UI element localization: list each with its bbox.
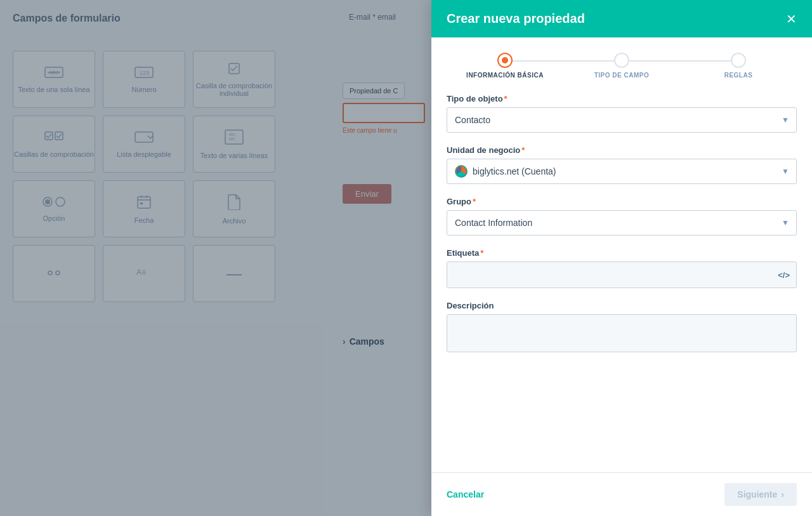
next-button[interactable]: Siguiente › [724, 483, 797, 506]
step-circle-3 [731, 53, 746, 68]
grupo-label: Grupo * [447, 197, 797, 206]
etiqueta-label: Etiqueta * [447, 248, 797, 258]
step-circle-2 [614, 53, 629, 68]
step-tipo-campo: TIPO DE CAMPO [563, 53, 680, 79]
step-reglas: REGLAS [680, 53, 797, 79]
required-star-3: * [473, 197, 476, 206]
unidad-negocio-group: Unidad de negocio * biglytics.net (Cuent… [447, 145, 797, 184]
bu-logo-icon [455, 165, 468, 178]
modal-panel: Crear nueva propiedad ✕ INFORMACIÓN BÁSI… [431, 0, 812, 516]
step-label-3: REGLAS [724, 72, 753, 79]
modal-close-button[interactable]: ✕ [786, 13, 797, 25]
stepper: INFORMACIÓN BÁSICA TIPO DE CAMPO REGLAS [431, 37, 812, 89]
code-icon[interactable]: </> [771, 270, 796, 280]
descripcion-group: Descripción [447, 301, 797, 355]
tipo-objeto-label: Tipo de objeto * [447, 94, 797, 103]
etiqueta-input-wrapper: </> [447, 261, 797, 288]
etiqueta-group: Etiqueta * </> [447, 248, 797, 288]
required-star-1: * [504, 94, 508, 103]
required-star-2: * [521, 145, 525, 155]
bu-logo-inner [456, 166, 466, 176]
next-arrow-icon: › [781, 489, 784, 499]
overlay [0, 0, 431, 516]
unidad-negocio-label: Unidad de negocio * [447, 145, 797, 155]
tipo-objeto-select-wrapper: Contacto Empresa Negocio ▼ [447, 107, 797, 133]
bu-text: biglytics.net (Cuenta) [473, 166, 556, 176]
modal-body: Tipo de objeto * Contacto Empresa Negoci… [431, 89, 812, 472]
step-circle-1 [497, 53, 513, 68]
step-info-basica: INFORMACIÓN BÁSICA [447, 53, 563, 79]
grupo-select[interactable]: Contact Information Sales Information Ot… [447, 210, 797, 235]
grupo-select-wrapper: Contact Information Sales Information Ot… [447, 210, 797, 235]
step-label-1: INFORMACIÓN BÁSICA [466, 72, 544, 79]
modal-title: Crear nueva propiedad [447, 11, 585, 26]
cancel-button[interactable]: Cancelar [447, 489, 484, 499]
unidad-negocio-select-wrapper: biglytics.net (Cuenta) ▼ [447, 159, 797, 184]
descripcion-textarea[interactable] [447, 314, 797, 352]
unidad-negocio-display[interactable]: biglytics.net (Cuenta) [447, 159, 797, 184]
tipo-objeto-select[interactable]: Contacto Empresa Negocio [447, 107, 797, 133]
grupo-group: Grupo * Contact Information Sales Inform… [447, 197, 797, 235]
next-label: Siguiente [737, 489, 777, 499]
step-label-2: TIPO DE CAMPO [594, 72, 650, 79]
descripcion-label: Descripción [447, 301, 797, 310]
etiqueta-input[interactable] [447, 262, 771, 288]
required-star-4: * [480, 248, 483, 258]
modal-footer: Cancelar Siguiente › [431, 472, 812, 516]
modal-header: Crear nueva propiedad ✕ [431, 0, 812, 37]
tipo-objeto-group: Tipo de objeto * Contacto Empresa Negoci… [447, 94, 797, 133]
